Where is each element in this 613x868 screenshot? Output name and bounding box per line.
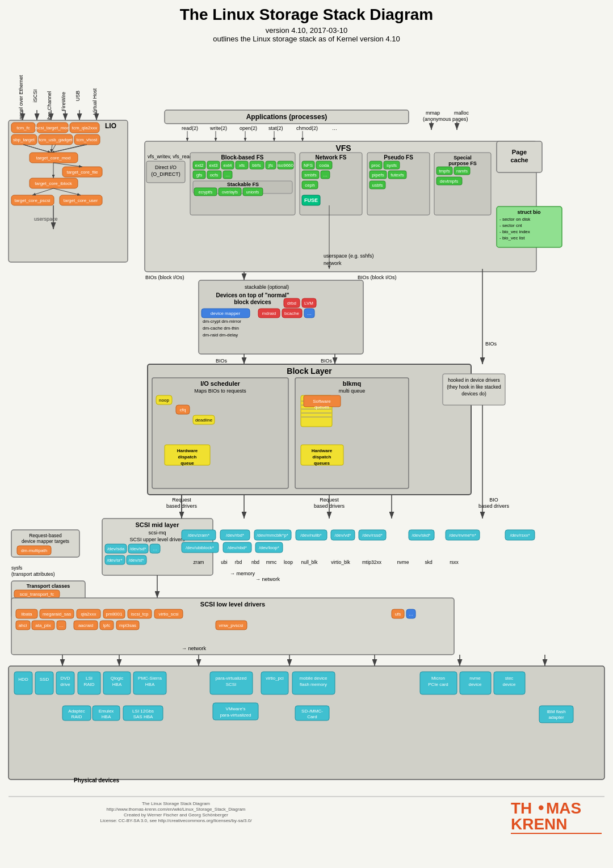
- svg-text:virtio_pci: virtio_pci: [266, 676, 284, 681]
- svg-text:(transport attributes): (transport attributes): [11, 571, 55, 577]
- svg-text:Stackable FS: Stackable FS: [227, 182, 259, 187]
- svg-text:…: …: [323, 172, 328, 178]
- svg-text:mtip32xx: mtip32xx: [362, 559, 382, 565]
- svg-text:Special: Special: [454, 155, 472, 161]
- svg-text:Created by Werner Fischer and : Created by Werner Fischer and Georg Schö…: [124, 812, 228, 818]
- svg-text:dm-multipath: dm-multipath: [21, 548, 47, 553]
- svg-text:/dev/st*: /dev/st*: [129, 558, 144, 563]
- svg-text:nvme: nvme: [397, 559, 409, 565]
- svg-text:•: •: [538, 798, 544, 817]
- page-title: The Linux Storage Stack Diagram: [3, 6, 610, 24]
- svg-text:stackable      (optional): stackable (optional): [245, 284, 289, 290]
- svg-text:target_core_pscsi: target_core_pscsi: [14, 198, 50, 203]
- svg-text:purpose FS: purpose FS: [448, 161, 477, 166]
- svg-text:DVD: DVD: [61, 676, 70, 681]
- svg-text:bcache: bcache: [284, 311, 299, 316]
- svg-text:dm-crypt  dm-mirror: dm-crypt dm-mirror: [203, 319, 241, 324]
- svg-text:read(2): read(2): [182, 125, 198, 131]
- svg-text:megaraid_sas: megaraid_sas: [43, 612, 71, 617]
- svg-text:Direct I/O: Direct I/O: [155, 165, 177, 170]
- svg-text:btrfs: btrfs: [252, 163, 261, 168]
- svg-text:jfs: jfs: [268, 163, 273, 168]
- svg-text:/dev/rbd*: /dev/rbd*: [226, 533, 244, 538]
- svg-text:/dev/loop*: /dev/loop*: [259, 545, 279, 550]
- svg-text:sysfs: sysfs: [11, 565, 22, 571]
- svg-text:gfs: gfs: [196, 172, 203, 178]
- svg-text:Pseudo FS: Pseudo FS: [384, 154, 413, 161]
- svg-text:FireWire: FireWire: [61, 92, 66, 111]
- svg-text:cfq: cfq: [180, 407, 186, 412]
- svg-text:RAID: RAID: [83, 682, 94, 687]
- svg-text:HBA: HBA: [112, 682, 122, 687]
- svg-text:/dev/mmcblk*p*: /dev/mmcblk*p*: [257, 533, 288, 538]
- svg-text:cache: cache: [510, 157, 528, 163]
- svg-text:…: …: [307, 311, 312, 316]
- svg-text:ext3: ext3: [209, 163, 218, 168]
- svg-text:tcm_usb_gadget: tcm_usb_gadget: [39, 137, 73, 142]
- svg-text:xfs: xfs: [239, 163, 245, 168]
- svg-text:SCSI mid layer: SCSI mid layer: [135, 521, 179, 528]
- svg-text:multi queue: multi queue: [339, 388, 366, 394]
- svg-text:blkmq: blkmq: [343, 380, 361, 387]
- svg-text:virtio_blk: virtio_blk: [331, 559, 350, 565]
- svg-text:Network FS: Network FS: [315, 154, 346, 161]
- svg-text:queues: queues: [314, 404, 329, 410]
- svg-text:drbd: drbd: [287, 301, 296, 306]
- svg-text:HBA: HBA: [102, 714, 111, 719]
- svg-text:ata_piix: ata_piix: [35, 623, 51, 628]
- svg-text:HDD: HDD: [18, 677, 28, 682]
- svg-text:(they hook in like stacked: (they hook in like stacked: [447, 384, 501, 390]
- svg-text:flash memory: flash memory: [300, 682, 327, 687]
- svg-text:BIOs (block I/Os): BIOs (block I/Os): [358, 275, 397, 280]
- svg-text:deadline: deadline: [195, 418, 213, 423]
- svg-text:queue: queue: [180, 461, 194, 466]
- svg-text:iSCSI: iSCSI: [32, 89, 38, 102]
- svg-text:usbfs: usbfs: [372, 183, 383, 188]
- svg-text:Hardware: Hardware: [177, 448, 198, 453]
- svg-text:/dev/sda: /dev/sda: [107, 546, 125, 551]
- svg-rect-336: [14, 672, 32, 694]
- svg-text:para-virtualized: para-virtualized: [220, 713, 251, 718]
- svg-text:device: device: [502, 682, 516, 687]
- svg-text:…: …: [225, 172, 230, 178]
- svg-text:Block-based FS: Block-based FS: [221, 154, 263, 161]
- svg-text:/dev/nvme*n*: /dev/nvme*n*: [449, 533, 476, 538]
- svg-text:Block Layer: Block Layer: [287, 366, 332, 376]
- svg-text:device mapper targets: device mapper targets: [22, 538, 69, 544]
- svg-text:iscsi_tcp: iscsi_tcp: [131, 612, 149, 617]
- svg-text:dispatch: dispatch: [178, 454, 197, 460]
- svg-text:ubi: ubi: [221, 559, 227, 565]
- svg-text:/dev/skd*: /dev/skd*: [412, 533, 431, 538]
- svg-text:SAS HBA: SAS HBA: [133, 714, 153, 719]
- svg-text:/dev/zram*: /dev/zram*: [188, 533, 209, 538]
- svg-text:tcm_qla2xxx: tcm_qla2xxx: [72, 125, 97, 130]
- svg-text:…: …: [332, 125, 337, 131]
- svg-text:target_core_iblock: target_core_iblock: [35, 181, 72, 186]
- svg-text:LIO: LIO: [105, 122, 116, 130]
- svg-text:vmw_pvscsi: vmw_pvscsi: [219, 623, 243, 628]
- svg-text:userspace: userspace: [34, 216, 58, 222]
- svg-text:ceph: ceph: [305, 183, 314, 188]
- svg-text:SCSI low level drivers: SCSI low level drivers: [200, 601, 265, 608]
- svg-text:dm-raid    dm-delay: dm-raid dm-delay: [203, 332, 238, 338]
- svg-text:Qlogic: Qlogic: [111, 676, 124, 681]
- svg-text:…: …: [59, 623, 64, 628]
- svg-text:futexfs: futexfs: [391, 172, 404, 178]
- svg-text:stat(2): stat(2): [268, 125, 283, 131]
- svg-rect-181: [152, 378, 288, 488]
- svg-text:rbd: rbd: [235, 559, 242, 565]
- svg-text:Emulex: Emulex: [99, 709, 114, 714]
- svg-text:Page: Page: [512, 149, 527, 155]
- svg-text:Applications (processes): Applications (processes): [246, 113, 328, 121]
- svg-text:iso9660: iso9660: [278, 163, 294, 168]
- svg-text:para-virtualized: para-virtualized: [216, 676, 247, 681]
- svg-text:LVM: LVM: [304, 301, 313, 306]
- svg-text:Devices on top of "normal": Devices on top of "normal": [216, 292, 289, 298]
- svg-text:hooked in device drivers: hooked in device drivers: [448, 377, 500, 383]
- svg-text:Hardware: Hardware: [312, 448, 333, 453]
- svg-text:smbfs: smbfs: [304, 172, 316, 178]
- svg-text:TH: TH: [511, 799, 532, 817]
- svg-text:The Linux Storage Stack Diagra: The Linux Storage Stack Diagram: [142, 801, 210, 806]
- svg-text:ext4: ext4: [223, 163, 232, 168]
- svg-text:aacraid: aacraid: [78, 623, 93, 628]
